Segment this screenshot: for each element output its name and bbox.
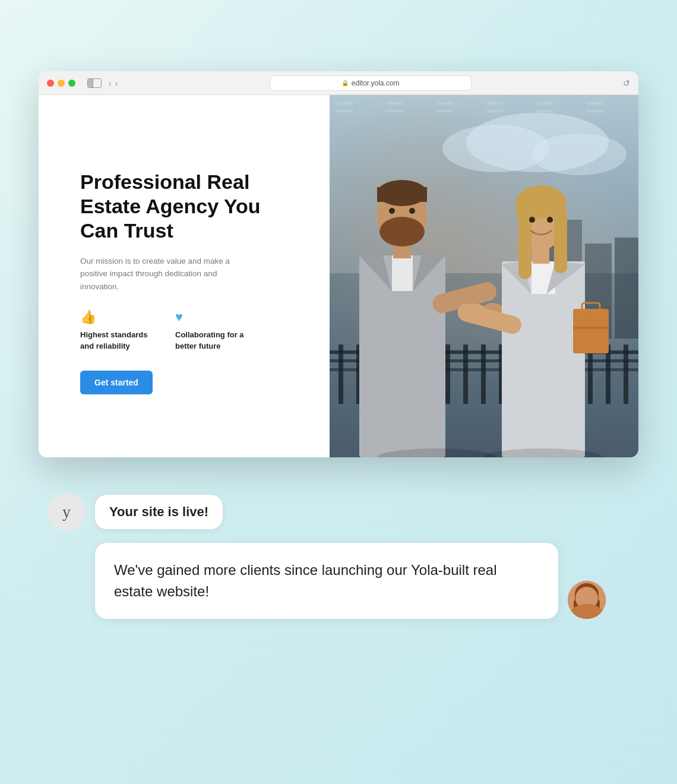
user-avatar [568,581,606,619]
hero-image-panel: Unsplash Unsplash Unsplash Unsplash Unsp… [330,95,638,457]
yola-message-text: Your site is live! [109,504,208,519]
svg-point-69 [590,595,593,599]
sidebar-toggle-button[interactable] [87,78,102,88]
browser-window: ‹ › 🔒 editor.yola.com ↺ Professional Rea… [39,71,638,457]
svg-rect-59 [573,327,609,329]
svg-rect-7 [615,238,638,339]
minimize-button[interactable] [58,80,65,87]
feature-label-standards: Highest standards and reliability [80,330,151,351]
svg-point-56 [463,304,487,324]
svg-rect-17 [445,344,450,404]
svg-rect-19 [481,344,486,404]
reload-button[interactable]: ↺ [623,78,630,88]
back-arrow-icon[interactable]: ‹ [109,78,112,88]
people-illustration [330,95,638,457]
svg-rect-70 [577,612,597,619]
lock-icon: 🔒 [341,80,349,86]
svg-rect-29 [392,255,413,291]
svg-rect-18 [463,344,468,404]
svg-point-62 [568,581,606,619]
close-button[interactable] [47,80,54,87]
user-message-row: We've gained more clients since launchin… [48,543,629,619]
svg-rect-26 [606,344,610,404]
yola-message-row: y Your site is live! [48,493,629,531]
svg-point-53 [529,217,535,223]
feature-label-collaborating: Collaborating for a better future [175,330,246,351]
svg-rect-27 [624,344,628,404]
features-row: 👍 Highest standards and reliability ♥ Co… [80,309,300,351]
hero-description: Our mission is to create value and make … [80,255,235,293]
svg-point-67 [577,588,597,609]
svg-point-39 [409,208,415,214]
svg-point-68 [580,595,584,599]
svg-point-63 [575,583,599,605]
forward-arrow-icon[interactable]: › [115,78,118,88]
user-testimonial-bubble: We've gained more clients since launchin… [95,543,558,619]
thumbs-up-icon: 👍 [80,309,151,325]
user-testimonial-text: We've gained more clients since launchin… [114,562,497,599]
yola-message-bubble: Your site is live! [95,495,223,529]
left-panel: Professional Real Estate Agency You Can … [39,95,330,457]
svg-point-54 [547,217,553,223]
feature-item-collaborating: ♥ Collaborating for a better future [175,309,246,351]
yola-logo-avatar: y [48,493,86,531]
svg-point-3 [442,125,549,172]
svg-rect-51 [554,208,567,273]
svg-rect-66 [593,599,600,618]
svg-rect-57 [573,309,609,353]
address-bar[interactable]: 🔒 editor.yola.com [270,75,472,91]
feature-item-standards: 👍 Highest standards and reliability [80,309,151,351]
get-started-button[interactable]: Get started [80,371,153,394]
svg-rect-65 [574,599,581,619]
traffic-lights [47,80,75,87]
browser-chrome: ‹ › 🔒 editor.yola.com ↺ [39,71,638,95]
url-text: editor.yola.com [352,79,400,87]
svg-rect-64 [575,593,599,605]
website-content: Professional Real Estate Agency You Can … [39,95,638,457]
svg-rect-35 [377,187,427,202]
chat-section: y Your site is live! We've gained more c… [24,481,653,631]
hero-title: Professional Real Estate Agency You Can … [80,170,300,242]
svg-point-38 [389,208,395,214]
svg-rect-52 [516,197,566,215]
maximize-button[interactable] [68,80,75,87]
user-avatar-image [568,581,606,619]
svg-point-37 [389,218,415,227]
navigation-arrows: ‹ › [109,78,118,88]
yola-logo-text: y [62,502,71,521]
svg-rect-11 [338,344,343,404]
heart-icon: ♥ [175,309,246,325]
